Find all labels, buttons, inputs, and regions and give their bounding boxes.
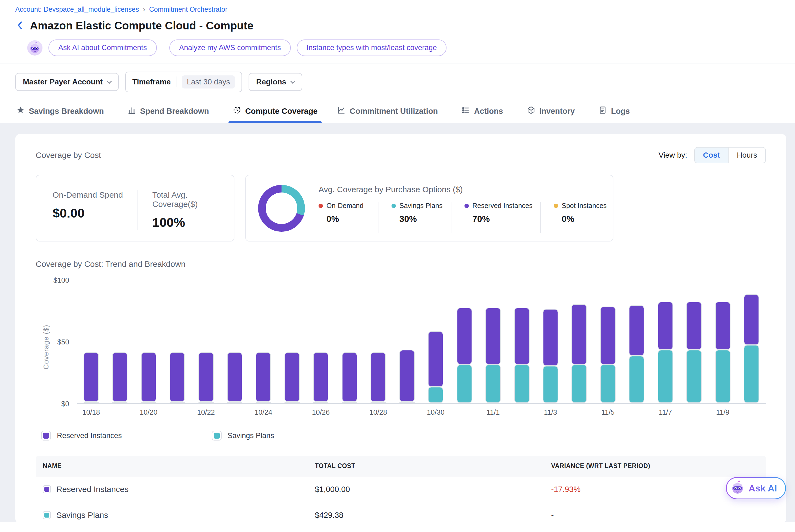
purchase-option-label: Savings Plans (399, 202, 442, 210)
timeframe-control[interactable]: Timeframe Last 30 days (125, 72, 242, 92)
trend-bar[interactable] (571, 304, 587, 403)
breadcrumb-account-link[interactable]: Account: Devspace_all_module_licenses (15, 5, 139, 13)
trend-bar[interactable] (744, 294, 759, 403)
bar-segment-reserved-instances (514, 308, 530, 364)
tab-savings-breakdown[interactable]: Savings Breakdown (15, 100, 109, 123)
trend-bar[interactable] (543, 309, 558, 403)
bar-segment-savings-plans (313, 402, 328, 403)
tab-label: Spend Breakdown (140, 107, 209, 116)
back-button[interactable] (15, 21, 24, 31)
trend-bar[interactable] (285, 352, 300, 403)
trend-bar[interactable] (170, 352, 185, 403)
column-header: TOTAL COST (315, 462, 551, 470)
bar-segment-reserved-instances (198, 352, 214, 402)
tab-spend-breakdown[interactable]: Spend Breakdown (127, 100, 214, 123)
row-name: Savings Plans (56, 511, 108, 520)
x-tick: 10/22 (197, 408, 215, 417)
bar-segment-reserved-instances (629, 305, 644, 356)
ai-suggestion-button[interactable]: Ask AI about Commitments (49, 39, 157, 56)
ask-ai-label: Ask AI (749, 483, 777, 494)
bar-segment-savings-plans (571, 364, 587, 403)
divider (163, 41, 163, 55)
trend-bar[interactable] (112, 352, 128, 403)
legend-item-savings-plans[interactable]: Savings Plans (212, 431, 274, 440)
trend-bar[interactable] (514, 308, 530, 403)
tab-compute-coverage[interactable]: Compute Coverage (232, 100, 319, 123)
trend-bar[interactable] (342, 352, 357, 403)
purchase-option-value: 0% (562, 214, 607, 224)
tab-inventory[interactable]: Inventory (526, 100, 580, 123)
bar-segment-savings-plans (198, 402, 214, 403)
trend-bar[interactable] (313, 352, 328, 403)
divider (540, 202, 541, 233)
trend-bar[interactable] (486, 308, 501, 403)
trend-bar[interactable] (198, 352, 214, 403)
coverage-trend-chart: Coverage ($) $100 $50 $0 10/1810/2010/22… (36, 280, 766, 417)
row-swatch-icon (43, 511, 51, 519)
trend-legend: Reserved InstancesSavings Plans (41, 431, 766, 440)
view-by-cost-option[interactable]: Cost (695, 148, 728, 163)
legend-item-reserved-instances[interactable]: Reserved Instances (41, 431, 122, 440)
trend-bar[interactable] (371, 352, 386, 403)
trend-bar[interactable] (715, 302, 731, 403)
legend-label: Savings Plans (228, 432, 274, 440)
trend-bar[interactable] (141, 352, 156, 403)
bar-segment-reserved-instances (313, 352, 328, 402)
ai-suggestion-button[interactable]: Instance types with most/least coverage (297, 39, 447, 56)
tab-commitment-utilization[interactable]: Commitment Utilization (336, 100, 443, 123)
y-tick: $0 (61, 400, 69, 408)
bar-chart-icon (128, 106, 136, 116)
purchase-option-label: Spot Instances (562, 202, 607, 210)
breadcrumb-separator: › (143, 5, 145, 14)
tab-logs[interactable]: Logs (597, 100, 635, 123)
x-tick: 11/3 (544, 408, 557, 417)
bar-segment-reserved-instances (399, 350, 415, 402)
trend-bar[interactable] (399, 350, 415, 403)
clock-history-icon (233, 106, 241, 116)
bar-plot-area (77, 280, 766, 404)
trend-bar[interactable] (83, 352, 99, 403)
filter-bar: Master Payer Account Timeframe Last 30 d… (0, 63, 795, 100)
tab-label: Inventory (540, 107, 575, 116)
breadcrumb-section-link[interactable]: Commitment Orchestrator (149, 5, 228, 13)
page-title: Amazon Elastic Compute Cloud - Compute (30, 20, 253, 32)
table-row[interactable]: Reserved Instances$1,000.00-17.93% (36, 476, 766, 502)
trend-bar[interactable] (686, 302, 702, 403)
trend-bar[interactable] (227, 352, 242, 403)
trend-bar[interactable] (457, 308, 472, 403)
purchase-options-card: Avg. Coverage by Purchase Options ($) On… (245, 175, 613, 242)
bar-segment-savings-plans (715, 350, 731, 403)
legend-swatch-icon (41, 431, 51, 440)
bar-segment-reserved-instances (600, 307, 616, 364)
table-row[interactable]: Savings Plans$429.38- (36, 502, 766, 523)
timeframe-value[interactable]: Last 30 days (182, 75, 235, 89)
account-scope-dropdown[interactable]: Master Payer Account (15, 73, 119, 91)
view-by-hours-option[interactable]: Hours (728, 148, 765, 163)
purchase-option-label: On-Demand (326, 202, 363, 210)
divider (176, 76, 176, 88)
trend-bar[interactable] (629, 305, 644, 403)
bar-segment-savings-plans (457, 364, 472, 403)
purchase-option-value: 0% (326, 214, 370, 224)
trend-bar[interactable] (658, 302, 673, 403)
bar-segment-savings-plans (112, 402, 128, 403)
x-tick: 11/7 (659, 408, 672, 417)
regions-label: Regions (256, 78, 286, 86)
trend-bar[interactable] (600, 307, 616, 403)
divider (378, 202, 378, 233)
trend-bar[interactable] (428, 331, 443, 403)
tab-actions[interactable]: Actions (460, 100, 508, 123)
ai-suggestion-button[interactable]: Analyze my AWS commitments (169, 39, 291, 56)
regions-dropdown[interactable]: Regions (249, 73, 302, 91)
view-by-toggle: Cost Hours (694, 147, 766, 163)
bar-segment-reserved-instances (227, 352, 242, 402)
total-avg-coverage-value: 100% (152, 215, 234, 230)
tab-bar: Savings BreakdownSpend BreakdownCompute … (0, 100, 795, 123)
y-tick: $50 (57, 338, 69, 346)
bar-segment-reserved-instances (658, 302, 673, 350)
y-tick: $100 (53, 276, 69, 285)
on-demand-spend-label: On-Demand Spend (53, 190, 134, 200)
x-tick: 10/20 (140, 408, 157, 417)
trend-bar[interactable] (255, 352, 271, 403)
ask-ai-fab[interactable]: Ask AI (726, 477, 786, 499)
